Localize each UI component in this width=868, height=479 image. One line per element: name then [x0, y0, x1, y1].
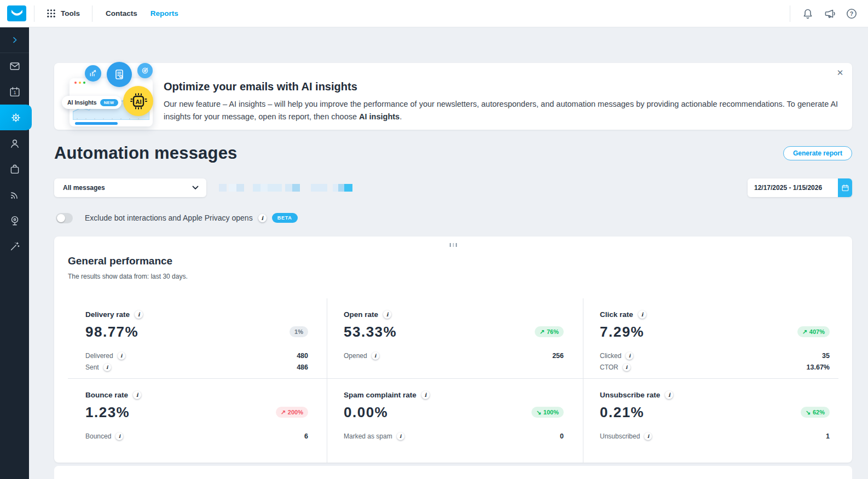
info-icon[interactable]: i	[135, 310, 143, 319]
sub-metrics: Bouncedi6	[85, 430, 308, 442]
sub-metric-label: Marked as spam	[344, 432, 392, 440]
calendar-icon	[841, 184, 849, 192]
skeleton-block	[219, 184, 227, 192]
beta-badge: BETA	[272, 213, 298, 223]
info-icon[interactable]: i	[626, 352, 633, 360]
metric-value: 53.33%	[344, 324, 397, 341]
metric-header: Spam complaint ratei	[344, 391, 564, 399]
trend-badge: 1%	[290, 326, 308, 337]
metric-label: Delivery rate	[85, 310, 130, 319]
metric-header: Bounce ratei	[85, 391, 308, 399]
info-icon[interactable]: i	[397, 432, 404, 440]
messages-filter-select[interactable]: All messages	[54, 178, 206, 197]
tools-menu[interactable]: Tools	[34, 0, 92, 27]
skeleton-block	[253, 184, 261, 192]
messages-filter-value: All messages	[63, 184, 105, 192]
exclude-bots-toggle[interactable]	[56, 213, 73, 223]
metric-value: 0.21%	[600, 404, 644, 421]
svg-text:?: ?	[850, 10, 853, 17]
loading-skeleton	[219, 184, 352, 192]
sidebar-item-calendar[interactable]: 1	[0, 79, 29, 105]
page-title: Automation messages	[54, 143, 238, 163]
sidebar-item-ai-tools[interactable]	[0, 233, 29, 259]
skeleton-block	[344, 184, 352, 192]
gear-icon	[10, 112, 22, 124]
sidebar-item-ecommerce[interactable]	[0, 156, 29, 182]
sub-metric-row: Openedi256	[344, 350, 564, 361]
nav-reports[interactable]: Reports	[151, 9, 178, 18]
notifications-bell-icon[interactable]	[801, 7, 814, 20]
metric-header: Unsubscribe ratei	[600, 391, 830, 399]
info-icon[interactable]: i	[133, 391, 141, 399]
bot-filter-toggle-row: Exclude bot interactions and Apple Priva…	[56, 212, 298, 224]
info-icon[interactable]: i	[638, 310, 646, 319]
sidebar-expand-button[interactable]	[0, 27, 29, 53]
skeleton-block	[300, 184, 311, 192]
card-drag-handle[interactable]	[448, 241, 459, 249]
sidebar-item-webcam[interactable]	[0, 207, 29, 233]
date-range-input[interactable]	[748, 178, 838, 197]
sub-metric-row: Unsubscribedi1	[600, 430, 830, 442]
skeleton-block	[244, 184, 253, 192]
metric-value-row: 0.00%↘100%	[344, 403, 564, 422]
sub-metric-label: Bounced	[85, 432, 111, 440]
metric-delivery-rate: Delivery ratei98.77%1%Deliveredi480Senti…	[68, 298, 327, 378]
sub-metric-label: Opened	[344, 352, 367, 360]
sidebar-item-email-marketing[interactable]	[0, 53, 29, 79]
calendar-icon: 1	[9, 86, 21, 98]
sidebar-item-automation[interactable]	[0, 105, 32, 130]
info-icon[interactable]: i	[103, 363, 111, 371]
trend-badge: ↘100%	[531, 407, 564, 418]
section-title: General performance	[68, 255, 172, 267]
page-header: Automation messages Generate report	[54, 141, 852, 165]
metric-header: Open ratei	[344, 310, 564, 319]
info-icon[interactable]: i	[383, 310, 391, 319]
info-icon[interactable]: i	[644, 432, 652, 440]
close-icon[interactable]: ✕	[835, 67, 846, 78]
announcements-megaphone-icon[interactable]	[823, 7, 836, 20]
nav-contacts[interactable]: Contacts	[106, 9, 137, 18]
sub-metric-value: 13.67%	[807, 363, 830, 371]
trend-badge: ↘62%	[801, 407, 830, 418]
metric-header: Click ratei	[600, 310, 830, 319]
sidebar: 1	[0, 27, 29, 479]
sub-metric-row: CTORi13.67%	[600, 361, 830, 373]
topbar-actions: ?	[790, 5, 868, 22]
banner-illustration: AI AI Insights NEW	[62, 67, 169, 126]
sub-metrics: Unsubscribedi1	[600, 430, 830, 442]
skeleton-block	[229, 184, 236, 192]
metric-click-rate: Click ratei7.29%↗407%Clickedi35CTORi13.6…	[583, 298, 838, 378]
sub-metric-value: 256	[552, 352, 564, 360]
skeleton-block	[285, 184, 292, 192]
svg-text:1: 1	[13, 90, 16, 95]
info-icon[interactable]: i	[421, 391, 430, 399]
document-bubble-icon	[107, 62, 132, 87]
sub-metric-row: Marked as spami0	[344, 430, 564, 442]
info-icon[interactable]: i	[115, 432, 123, 440]
info-icon[interactable]: i	[623, 363, 630, 371]
metric-unsubscribe-rate: Unsubscribe ratei0.21%↘62%Unsubscribedi1	[583, 378, 838, 463]
metric-spam-complaint-rate: Spam complaint ratei0.00%↘100%Marked as …	[327, 378, 583, 463]
sidebar-item-contacts[interactable]	[0, 130, 29, 156]
info-icon[interactable]: i	[258, 214, 267, 222]
sub-metric-value: 486	[297, 363, 308, 371]
tools-label: Tools	[61, 9, 80, 18]
help-icon[interactable]: ?	[845, 7, 858, 20]
topbar: Tools Contacts Reports ?	[0, 0, 868, 27]
new-badge: NEW	[100, 99, 118, 106]
banner-title: Optimize your emails with AI insights	[164, 80, 357, 93]
brand-logo[interactable]	[7, 5, 26, 21]
info-icon[interactable]: i	[372, 352, 379, 360]
skeleton-block	[268, 184, 282, 192]
ai-insights-banner: AI AI Insights NEW Optimize your emails …	[54, 63, 852, 130]
metric-value-row: 98.77%1%	[85, 322, 308, 341]
sidebar-item-webinars[interactable]	[0, 182, 29, 207]
metric-value: 7.29%	[600, 324, 644, 341]
info-icon[interactable]: i	[118, 352, 125, 360]
calendar-button[interactable]	[838, 178, 852, 197]
progress-bar	[75, 122, 118, 125]
shopping-bag-icon	[9, 163, 21, 175]
main-content: AI AI Insights NEW Optimize your emails …	[29, 27, 868, 479]
info-icon[interactable]: i	[665, 391, 673, 399]
generate-report-button[interactable]: Generate report	[783, 146, 852, 160]
